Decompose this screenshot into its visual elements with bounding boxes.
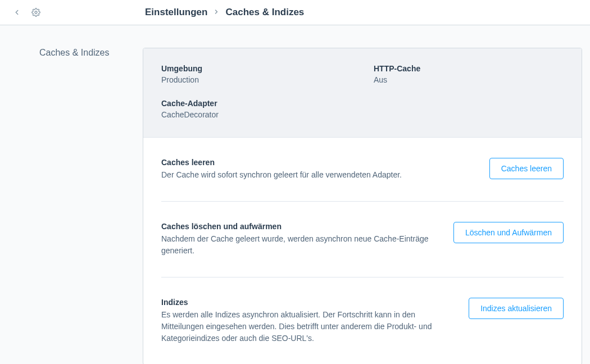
update-indexes-button[interactable]: Indizes aktualisieren	[469, 298, 564, 319]
environment-label: Umgebung	[161, 64, 351, 73]
breadcrumb-current: Caches & Indizes	[225, 7, 304, 18]
svg-point-0	[35, 11, 37, 13]
warmup-cache-row: Caches löschen und aufwärmen Nachdem der…	[161, 202, 564, 277]
indexes-row: Indizes Es werden alle Indizes asynchron…	[161, 277, 564, 364]
overview-panel: Umgebung Production HTTP-Cache Aus Cache…	[143, 48, 582, 138]
indexes-desc: Es werden alle Indizes asynchron aktuali…	[161, 309, 452, 344]
cache-adapter-value: CacheDecorator	[161, 110, 351, 119]
sidebar: Caches & Indizes	[8, 48, 120, 364]
cache-adapter-label: Cache-Adapter	[161, 99, 351, 108]
environment-field: Umgebung Production	[161, 64, 351, 84]
clear-cache-desc: Der Cache wird sofort synchron geleert f…	[161, 169, 473, 181]
http-cache-field: HTTP-Cache Aus	[374, 64, 564, 84]
gear-icon[interactable]	[30, 7, 42, 18]
page-header: Einstellungen Caches & Indizes	[0, 0, 590, 25]
back-icon[interactable]	[11, 7, 22, 18]
clear-cache-title: Caches leeren	[161, 158, 473, 167]
clear-cache-button[interactable]: Caches leeren	[489, 158, 564, 179]
warmup-cache-desc: Nachdem der Cache geleert wurde, werden …	[161, 233, 437, 257]
environment-value: Production	[161, 75, 351, 84]
actions-panel: Caches leeren Der Cache wird sofort sync…	[143, 138, 582, 364]
breadcrumb-root[interactable]: Einstellungen	[145, 7, 207, 18]
clear-cache-row: Caches leeren Der Cache wird sofort sync…	[161, 138, 564, 202]
sidebar-title: Caches & Indizes	[39, 48, 120, 58]
settings-card: Umgebung Production HTTP-Cache Aus Cache…	[143, 48, 582, 364]
chevron-right-icon	[213, 7, 220, 18]
http-cache-value: Aus	[374, 75, 564, 84]
warmup-cache-button[interactable]: Löschen und Aufwärmen	[453, 222, 564, 243]
breadcrumb: Einstellungen Caches & Indizes	[145, 7, 304, 18]
http-cache-label: HTTP-Cache	[374, 64, 564, 73]
page-body: Caches & Indizes Umgebung Production HTT…	[0, 25, 590, 364]
cache-adapter-field: Cache-Adapter CacheDecorator	[161, 99, 351, 119]
content-area: Umgebung Production HTTP-Cache Aus Cache…	[143, 48, 582, 364]
indexes-title: Indizes	[161, 298, 452, 307]
header-icons	[11, 7, 42, 18]
warmup-cache-title: Caches löschen und aufwärmen	[161, 222, 437, 231]
